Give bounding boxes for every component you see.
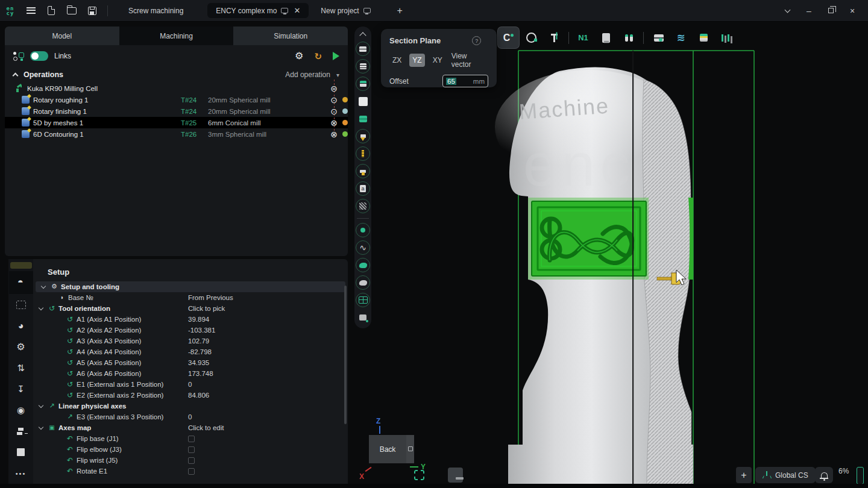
toolbar-button[interactable]: [693, 27, 714, 48]
setup-row[interactable]: Setup and tooling: [36, 281, 345, 292]
display-filter-icon[interactable]: [356, 111, 370, 126]
display-filter-icon[interactable]: [356, 223, 370, 237]
links-graph-icon[interactable]: [13, 51, 24, 61]
collapse-window-icon[interactable]: [778, 3, 797, 19]
nav-cube-side[interactable]: [406, 435, 414, 463]
toolbar-button[interactable]: [716, 27, 737, 48]
setup-row[interactable]: Base № From Previous: [33, 292, 348, 303]
offset-input[interactable]: 65 mm: [442, 75, 488, 87]
mode-tab[interactable]: Simulation: [233, 27, 348, 45]
setup-row[interactable]: A2 (Axis A2 Position) -103.381: [33, 325, 348, 336]
display-filter-icon[interactable]: [356, 59, 370, 74]
plane-button[interactable]: ZX: [389, 54, 404, 67]
add-cs-button[interactable]: +: [736, 467, 752, 483]
settings-gear-icon[interactable]: ⚙: [295, 51, 303, 61]
display-filter-icon[interactable]: [356, 258, 370, 272]
recalculate-icon[interactable]: ↻: [314, 52, 322, 61]
setup-row-checkbox[interactable]: [188, 436, 195, 442]
collapse-operations-icon[interactable]: [13, 73, 19, 79]
operation-status-icon[interactable]: [329, 119, 339, 127]
setup-row[interactable]: A1 (Axis A1 Position) 39.894: [33, 314, 348, 325]
setup-row[interactable]: A3 (Axis A3 Position) 102.79: [33, 336, 348, 346]
display-filter-icon[interactable]: [356, 42, 370, 56]
plane-button[interactable]: XY: [430, 54, 445, 67]
setup-row[interactable]: Rotate E1: [33, 466, 348, 477]
setup-row[interactable]: Flip wrist (J5): [33, 455, 348, 466]
setup-row-value[interactable]: Click to pick: [188, 305, 225, 312]
shading-sphere-button[interactable]: [430, 468, 445, 483]
close-tab-icon[interactable]: ✕: [294, 6, 300, 15]
setup-row-value[interactable]: 84.806: [188, 392, 209, 399]
operation-row[interactable]: Rotary roughing 1 T#24 20mm Spherical mi…: [5, 94, 348, 105]
display-filter-icon[interactable]: [356, 129, 370, 143]
setup-row-checkbox[interactable]: [188, 457, 195, 464]
operation-row[interactable]: Kuka KR90 Milling Cell: [5, 83, 348, 94]
setup-row-value[interactable]: -103.381: [188, 327, 215, 334]
fit-to-screen-button[interactable]: [412, 468, 427, 483]
display-filter-icon[interactable]: [356, 94, 370, 108]
view-vector-button[interactable]: View vector: [451, 52, 488, 69]
add-operation-button[interactable]: Add operation ▾: [285, 70, 339, 79]
setup-row[interactable]: Flip elbow (J3): [33, 444, 348, 455]
operation-row[interactable]: 6D Contouring 1 T#26 3mm Spherical mill: [5, 128, 348, 140]
setup-row-checkbox[interactable]: [188, 446, 195, 453]
toolbar-button[interactable]: [498, 27, 519, 48]
collapse-chevron-icon[interactable]: [39, 425, 43, 430]
sidebar-item[interactable]: [9, 294, 33, 315]
setup-row-value[interactable]: 34.935: [188, 359, 209, 366]
operation-status-icon[interactable]: [329, 130, 339, 139]
mode-tab[interactable]: Machining: [119, 27, 234, 45]
display-filter-icon[interactable]: [356, 181, 370, 196]
operation-status-icon[interactable]: [329, 107, 339, 116]
project-tab[interactable]: Screw machining ✕: [120, 3, 204, 18]
nav-cube-face[interactable]: Back: [369, 435, 406, 463]
project-tab[interactable]: ENCY complex mo ✕: [207, 3, 309, 18]
sidebar-item[interactable]: [9, 271, 33, 294]
display-filter-icon[interactable]: [356, 146, 370, 161]
setup-row-value[interactable]: Click to edit: [188, 424, 224, 431]
sidebar-item[interactable]: [9, 463, 33, 484]
notifications-button[interactable]: [815, 467, 833, 483]
display-filter-icon[interactable]: [356, 77, 370, 91]
display-filter-icon[interactable]: [356, 240, 370, 255]
restore-icon[interactable]: [821, 3, 840, 19]
display-filter-icon[interactable]: [356, 275, 370, 290]
setup-row-value[interactable]: From Previous: [188, 294, 233, 301]
new-tab-button[interactable]: +: [391, 5, 409, 16]
setup-row-value[interactable]: 173.748: [188, 370, 213, 377]
sidebar-item[interactable]: [9, 421, 33, 442]
display-filter-icon[interactable]: [356, 164, 370, 178]
sidebar-item[interactable]: [9, 315, 33, 336]
global-cs-selector[interactable]: Global CS: [755, 467, 816, 483]
display-filter-icon[interactable]: [356, 199, 370, 213]
help-icon[interactable]: ?: [472, 36, 481, 45]
display-filter-icon[interactable]: [356, 293, 370, 307]
setup-row[interactable]: A6 (Axis A6 Position) 173.748: [33, 368, 348, 379]
display-filter-icon[interactable]: [356, 310, 370, 325]
setup-row[interactable]: E2 (External axis 2 Position) 84.806: [33, 390, 348, 401]
setup-row-checkbox[interactable]: [188, 468, 195, 475]
setup-row[interactable]: Linear physical axes: [33, 401, 348, 411]
operation-status-icon[interactable]: [329, 84, 339, 93]
toolbar-button[interactable]: [544, 27, 565, 48]
operation-row[interactable]: 5D by meshes 1 T#25 6mm Conical mill: [5, 117, 348, 128]
links-toggle[interactable]: [30, 51, 48, 61]
close-icon[interactable]: ×: [843, 3, 862, 19]
mode-tab[interactable]: Model: [5, 27, 119, 45]
operation-row[interactable]: Rotary finishing 1 T#24 20mm Spherical m…: [5, 105, 348, 117]
setup-row-value[interactable]: 39.894: [188, 316, 209, 323]
isometric-view-button[interactable]: [448, 468, 463, 483]
setup-row[interactable]: A4 (Axis A4 Position) -82.798: [33, 346, 348, 357]
setup-row-value[interactable]: 0: [188, 381, 192, 388]
setup-row[interactable]: Flip base (J1): [33, 433, 348, 444]
operation-status-icon[interactable]: [329, 96, 339, 104]
setup-row[interactable]: E3 (External axis 3 Position) 0: [33, 411, 348, 422]
setup-row[interactable]: A5 (Axis A5 Position) 34.935: [33, 357, 348, 368]
toolbar-button[interactable]: [647, 27, 668, 48]
save-file-icon[interactable]: [82, 2, 102, 19]
setup-row[interactable]: Tool orientation Click to pick: [33, 303, 348, 314]
collapse-chevron-icon[interactable]: [39, 305, 43, 310]
setup-row[interactable]: E1 (External axis 1 Position) 0: [33, 379, 348, 390]
setup-row[interactable]: Axes map Click to edit: [33, 422, 348, 433]
new-file-icon[interactable]: [41, 2, 61, 19]
